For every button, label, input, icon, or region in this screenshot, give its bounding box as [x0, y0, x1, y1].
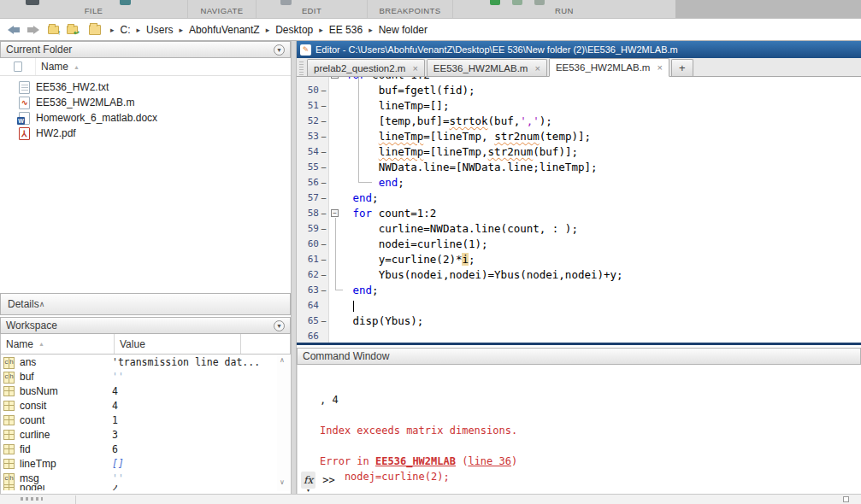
editor-tab[interactable]: EE536_HW2MLAB.m×: [427, 59, 547, 76]
ribbon-group-label[interactable]: BREAKPOINTS: [380, 6, 441, 18]
workspace-menu-button[interactable]: ▼: [274, 320, 285, 331]
scroll-down-icon[interactable]: ∨: [280, 478, 285, 486]
breakpoint-gutter[interactable]: [319, 77, 329, 83]
file-row[interactable]: EE536_HW2.txt: [0, 79, 291, 95]
breakpoint-gutter[interactable]: –: [319, 252, 329, 267]
current-folder-sort-header[interactable]: Name ▲: [0, 58, 291, 76]
file-row[interactable]: EE536_HW2MLAB.m: [0, 95, 291, 110]
code-line[interactable]: 60– nodei=curline(1);: [297, 237, 861, 252]
breadcrumb-item[interactable]: AbohfuVenantZ: [189, 24, 260, 36]
code-line[interactable]: 55– NWData.line=[NWData.line;lineTmp];: [297, 160, 861, 175]
code-line[interactable]: 64: [297, 298, 861, 314]
code-line[interactable]: 59– curline=NWData.line(count, : );: [297, 221, 861, 237]
breakpoint-gutter[interactable]: –: [319, 98, 329, 114]
code-line[interactable]: 58–− for count=1:2: [297, 206, 861, 221]
breakpoint-gutter[interactable]: –: [319, 160, 329, 175]
error-link[interactable]: line 36: [468, 455, 511, 467]
code-line[interactable]: 57– end;: [297, 190, 861, 206]
scroll-up-icon[interactable]: ∧: [280, 356, 285, 364]
new-tab-button[interactable]: +: [671, 59, 693, 76]
code-token: [346, 191, 353, 204]
command-window[interactable]: , 4 Index exceeds matrix dimensions. Err…: [297, 365, 861, 494]
code-line[interactable]: 50– buf=fgetl(fid);: [297, 83, 861, 98]
workspace-row[interactable]: curline3: [1, 427, 291, 442]
status-resize-dots[interactable]: [21, 497, 43, 501]
ribbon-group-label[interactable]: NAVIGATE: [201, 6, 244, 18]
fx-function-hints-button[interactable]: fx: [301, 472, 316, 489]
breakpoint-gutter[interactable]: –: [319, 283, 329, 298]
breakpoint-gutter[interactable]: –: [319, 237, 329, 252]
back-button[interactable]: [5, 22, 22, 38]
code-line[interactable]: 51– lineTmp=[];: [297, 98, 861, 114]
file-row[interactable]: Homework_6_matlab.docx: [0, 110, 291, 126]
workspace-row[interactable]: consit4: [1, 398, 291, 413]
workspace-name-column-header[interactable]: Name▲: [1, 334, 115, 354]
ribbon-group-label[interactable]: EDIT: [302, 6, 321, 18]
panel-splitter[interactable]: [291, 41, 297, 494]
breakpoint-gutter[interactable]: –: [319, 129, 329, 144]
code-line[interactable]: 53– lineTmp=[lineTmp, str2num(temp)];: [297, 129, 861, 144]
error-link[interactable]: EE536_HW2MLAB: [375, 455, 456, 467]
code-editor[interactable]: −for count=1:250– buf=fgetl(fid);51– lin…: [297, 77, 861, 345]
browse-folder-button[interactable]: ↩: [63, 22, 80, 38]
breadcrumb-item[interactable]: Users: [146, 24, 173, 36]
workspace-row[interactable]: count1: [1, 413, 291, 427]
workspace-row[interactable]: msg'': [1, 471, 291, 485]
code-line[interactable]: 62– Ybus(nodei,nodei)=Ybus(nodei,nodei)+…: [297, 267, 861, 283]
breakpoint-gutter[interactable]: –: [319, 221, 329, 237]
breakpoint-gutter[interactable]: –: [319, 114, 329, 129]
breakpoint-gutter[interactable]: –: [319, 83, 329, 98]
name-column-header[interactable]: Name: [41, 61, 68, 73]
up-one-level-button[interactable]: ↑: [44, 22, 62, 38]
tab-close-icon[interactable]: ×: [534, 63, 540, 73]
code-line[interactable]: 56– end;: [297, 175, 861, 190]
breakpoint-gutter[interactable]: –: [319, 190, 329, 206]
code-line[interactable]: −for count=1:2: [297, 77, 861, 83]
code-line[interactable]: 63– end;: [297, 283, 861, 298]
code-fold-minus-icon[interactable]: −: [331, 77, 339, 79]
breadcrumb-item[interactable]: EE 536: [329, 24, 363, 36]
details-panel-header[interactable]: Details ∧: [0, 293, 291, 315]
current-folder-menu-button[interactable]: ▼: [274, 44, 285, 56]
breakpoint-gutter[interactable]: –: [319, 175, 329, 190]
breadcrumb-item[interactable]: New folder: [379, 24, 428, 36]
breadcrumb-item[interactable]: Desktop: [275, 24, 313, 36]
workspace-row[interactable]: buf'': [1, 369, 291, 384]
ribbon-group-label[interactable]: RUN: [555, 6, 574, 18]
breakpoint-gutter[interactable]: –: [319, 206, 329, 221]
editor-tab[interactable]: prelab2_question2.m×: [307, 59, 425, 76]
forward-button[interactable]: [25, 22, 42, 38]
workspace-row[interactable]: fid6: [1, 442, 291, 456]
code-line[interactable]: 54– lineTmp=[lineTmp,str2num(buf)];: [297, 144, 861, 160]
tab-close-icon[interactable]: ×: [657, 62, 662, 73]
command-window-header[interactable]: Command Window: [297, 348, 861, 365]
code-line[interactable]: 65– disp(Ybus);: [297, 314, 861, 329]
breakpoint-gutter[interactable]: [319, 329, 329, 344]
workspace-row[interactable]: lineTmp[]: [1, 456, 291, 471]
code-line[interactable]: 52– [temp,buf]=strtok(buf,',');: [297, 114, 861, 129]
workspace-row[interactable]: ans'transmission line dat...: [1, 355, 291, 369]
line-number: 50: [297, 83, 319, 98]
fold-column: [329, 98, 341, 114]
workspace-row[interactable]: busNum4: [1, 384, 291, 398]
editor-pencil-icon: ✎: [300, 44, 311, 56]
breakpoint-gutter[interactable]: –: [319, 144, 329, 160]
code-fold-minus-icon[interactable]: −: [331, 209, 339, 217]
editor-tab-active[interactable]: EE536_HW2MLAB.m×: [549, 58, 669, 77]
breadcrumb-item[interactable]: C:: [121, 24, 131, 36]
code-line[interactable]: 61– y=curline(2)*i;: [297, 252, 861, 267]
tabbar-drag-handle[interactable]: [299, 62, 304, 75]
ribbon-group-label[interactable]: FILE: [85, 6, 103, 18]
workspace-row[interactable]: nodei2: [1, 485, 291, 490]
breakpoint-gutter[interactable]: –: [319, 267, 329, 283]
breakpoint-gutter[interactable]: [319, 298, 329, 314]
collapse-chevron-icon[interactable]: ∧: [39, 300, 45, 308]
workspace-value-column-header[interactable]: Value: [115, 334, 241, 354]
file-row[interactable]: HW2.pdf: [0, 126, 291, 141]
fold-column: [329, 298, 341, 314]
editor-title-bar[interactable]: ✎ Editor - C:\Users\AbohfuVenantZ\Deskto…: [297, 41, 861, 58]
code-line[interactable]: 66: [297, 329, 861, 344]
workspace-scrollbar[interactable]: ∧ ∨: [277, 355, 290, 491]
breakpoint-gutter[interactable]: –: [319, 314, 329, 329]
tab-close-icon[interactable]: ×: [412, 63, 417, 73]
